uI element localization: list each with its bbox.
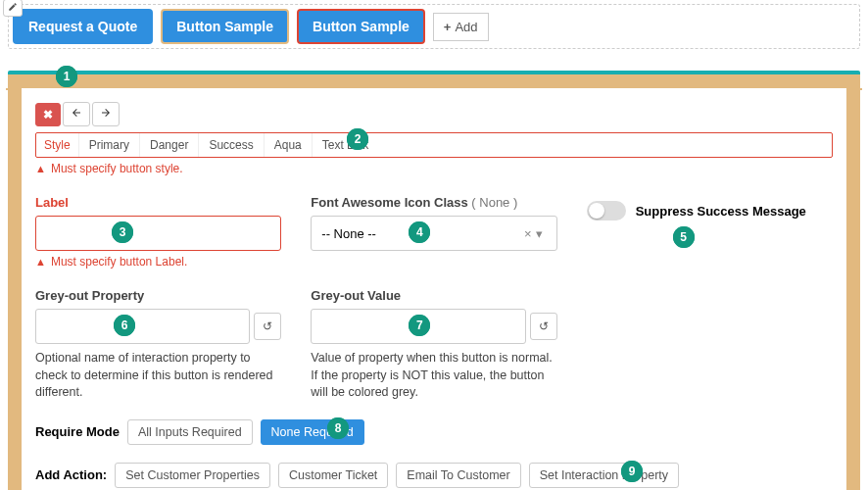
top-button-bar: Request a Quote Button Sample Button Sam… <box>8 4 860 49</box>
greyprop-input[interactable] <box>35 309 250 344</box>
panel-toolbar: ✖ 1 <box>35 102 833 126</box>
undo-icon: ↺ <box>263 319 272 333</box>
warning-icon: ▲ <box>35 163 46 174</box>
forward-button[interactable] <box>92 102 120 126</box>
callout-badge: 3 <box>112 221 133 243</box>
edit-icon[interactable] <box>3 0 23 17</box>
greyprop-revert-button[interactable]: ↺ <box>254 313 281 340</box>
label-field-error: ▲ Must specify button Label. <box>35 255 281 269</box>
action-customer-ticket[interactable]: Customer Ticket <box>278 463 388 488</box>
suppress-toggle[interactable] <box>587 201 626 220</box>
greyprop-block: Grey-out Property ↺ 6 Optional name of i… <box>35 288 281 402</box>
add-action-label: Add Action: <box>35 467 107 482</box>
greyprop-label: Grey-out Property <box>35 288 281 303</box>
style-error: ▲ Must specify button style. <box>35 162 833 175</box>
suppress-block: Suppress Success Message 5 <box>587 195 833 269</box>
add-action-row: Add Action: Set Customer Properties Cust… <box>35 463 833 488</box>
style-option-primary[interactable]: Primary <box>78 133 139 157</box>
plus-icon: + <box>444 20 452 34</box>
icon-field-block: Font Awesome Icon Class ( None ) -- None… <box>311 195 556 269</box>
icon-selected-value: -- None -- <box>321 226 376 241</box>
arrow-left-icon <box>71 107 82 122</box>
callout-badge: 9 <box>621 461 643 482</box>
require-mode-none[interactable]: None Required <box>261 419 364 445</box>
undo-icon: ↺ <box>539 319 549 333</box>
greyprop-help: Optional name of interaction property to… <box>35 350 281 402</box>
greyval-label: Grey-out Value <box>311 288 556 303</box>
select-actions: ×▾ <box>524 226 547 241</box>
callout-badge: 2 <box>347 128 368 150</box>
icon-field-label: Font Awesome Icon Class ( None ) <box>311 195 556 210</box>
callout-badge: 6 <box>114 315 135 336</box>
clear-icon[interactable]: × <box>524 226 536 241</box>
close-button[interactable]: ✖ <box>35 103 61 126</box>
arrow-right-icon <box>100 107 112 122</box>
style-option-aqua[interactable]: Aqua <box>264 133 312 157</box>
require-mode-label: Require Mode <box>35 424 120 439</box>
style-option-success[interactable]: Success <box>198 133 263 157</box>
action-set-customer-properties[interactable]: Set Customer Properties <box>115 463 270 488</box>
label-input[interactable] <box>35 216 281 251</box>
button-sample-1[interactable]: Button Sample <box>161 9 289 44</box>
icon-select[interactable]: -- None -- ×▾ <box>311 216 556 251</box>
style-option-danger[interactable]: Danger <box>139 133 198 157</box>
callout-badge: 8 <box>327 417 349 439</box>
label-field-block: Label 3 ▲ Must specify button Label. <box>35 195 281 269</box>
style-selector: Style Primary Danger Success Aqua Text L… <box>35 132 833 158</box>
back-button[interactable] <box>63 102 90 126</box>
require-mode-row: Require Mode All Inputs Required None Re… <box>35 419 833 445</box>
callout-badge: 1 <box>56 66 77 87</box>
label-field-label: Label <box>35 195 281 210</box>
action-email-to-customer[interactable]: Email To Customer <box>396 463 520 488</box>
add-button[interactable]: +Add <box>433 13 489 41</box>
suppress-label: Suppress Success Message <box>636 204 806 219</box>
greyval-help: Value of property when this button is no… <box>311 350 556 402</box>
editor-panel-wrap: ✖ 1 Style Primary Danger Success Aqua Te… <box>8 71 860 490</box>
editor-panel: ✖ 1 Style Primary Danger Success Aqua Te… <box>22 88 846 490</box>
style-label: Style <box>36 133 78 157</box>
chevron-down-icon[interactable]: ▾ <box>536 226 547 241</box>
request-quote-button[interactable]: Request a Quote <box>13 9 153 44</box>
warning-icon: ▲ <box>35 256 46 268</box>
callout-badge: 5 <box>673 226 695 248</box>
greyval-block: Grey-out Value ↺ 7 Value of property whe… <box>311 288 556 402</box>
action-set-interaction-property[interactable]: Set Interaction Property <box>529 463 679 488</box>
require-mode-all[interactable]: All Inputs Required <box>127 419 253 445</box>
button-sample-2[interactable]: Button Sample <box>297 9 425 44</box>
greyval-revert-button[interactable]: ↺ <box>530 313 557 340</box>
close-icon: ✖ <box>43 108 53 122</box>
